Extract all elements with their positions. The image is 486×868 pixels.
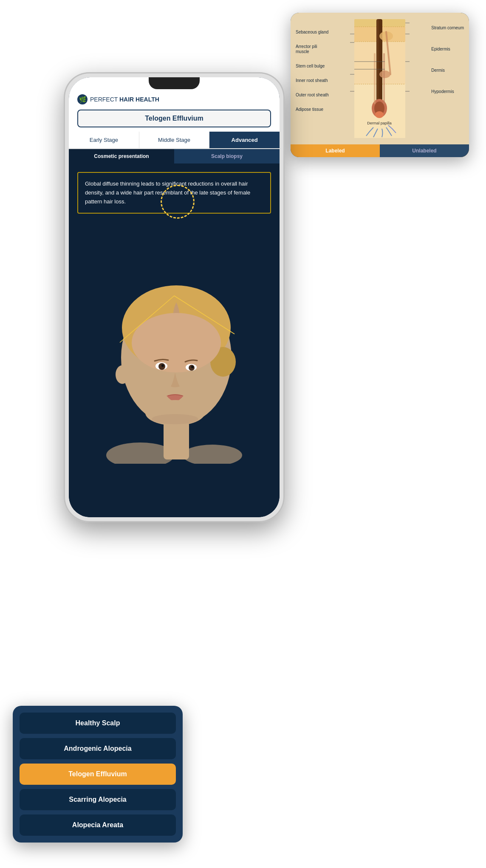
svg-rect-16	[374, 53, 376, 104]
phone-inner: 🌿 PERFECT HAIR HEALTH Telogen Effluvium …	[69, 77, 280, 517]
label-stem-cell: Stem cell bulge	[296, 64, 330, 69]
menu-item-healthy-scalp[interactable]: Healthy Scalp	[20, 713, 176, 734]
svg-line-29	[120, 296, 174, 343]
phone-title: Telogen Effluvium	[77, 110, 271, 127]
anatomy-card: Sebaceous gland Arrector pili muscle Ste…	[291, 13, 469, 157]
label-outer-root: Outer root sheath	[296, 93, 330, 98]
label-dermis: Dermis	[431, 68, 464, 73]
svg-point-12	[375, 111, 384, 118]
unlabeled-toggle[interactable]: Unlabeled	[380, 144, 469, 157]
svg-line-30	[174, 296, 235, 334]
labeled-toggle[interactable]: Labeled	[291, 144, 380, 157]
logo-text: PERFECT HAIR HEALTH	[90, 96, 159, 103]
logo-prefix: PERFECT	[90, 96, 118, 103]
phone-frame: 🌿 PERFECT HAIR HEALTH Telogen Effluvium …	[64, 72, 285, 522]
tab-cosmetic[interactable]: Cosmetic presentation	[69, 149, 174, 163]
label-adipose: Adipose tissue	[296, 107, 330, 112]
svg-text:Dermal papilla: Dermal papilla	[367, 121, 392, 125]
label-epidermis: Epidermis	[431, 47, 464, 52]
anatomy-toggle-bar: Labeled Unlabeled	[291, 144, 469, 157]
thinning-indicator	[161, 185, 195, 219]
label-arrector: Arrector pili muscle	[296, 44, 330, 54]
menu-item-androgenic[interactable]: Androgenic Alopecia	[20, 738, 176, 759]
anatomy-labels-left: Sebaceous gland Arrector pili muscle Ste…	[296, 30, 330, 112]
tab-advanced[interactable]: Advanced	[209, 132, 280, 148]
stage-tabs: Early Stage Middle Stage Advanced	[69, 132, 280, 149]
logo-suffix: HAIR HEALTH	[119, 96, 159, 103]
menu-item-scarring[interactable]: Scarring Alopecia	[20, 789, 176, 810]
sub-tabs: Cosmetic presentation Scalp biopsy	[69, 149, 280, 163]
follicle-illustration: Dermal papilla	[320, 19, 439, 138]
label-inner-root: Inner root sheath	[296, 78, 330, 83]
label-stratum: Stratum corneum	[431, 25, 464, 31]
phone-main: Global diffuse thinning leads to signifi…	[69, 163, 280, 517]
menu-item-telogen[interactable]: Telogen Effluvium	[20, 764, 176, 785]
phone-notch	[149, 77, 200, 89]
anatomy-labels-right: Stratum corneum Epidermis Dermis Hypoder…	[431, 25, 464, 94]
app-logo: 🌿 PERFECT HAIR HEALTH	[77, 94, 271, 104]
tab-early-stage[interactable]: Early Stage	[69, 132, 139, 148]
tab-middle-stage[interactable]: Middle Stage	[139, 132, 210, 148]
menu-card: Healthy Scalp Androgenic Alopecia Teloge…	[13, 706, 183, 843]
anatomy-image: Sebaceous gland Arrector pili muscle Ste…	[291, 13, 469, 144]
phone-content: 🌿 PERFECT HAIR HEALTH Telogen Effluvium …	[69, 77, 280, 517]
menu-item-alopecia[interactable]: Alopecia Areata	[20, 814, 176, 836]
tab-biopsy[interactable]: Scalp biopsy	[174, 149, 280, 163]
logo-icon: 🌿	[77, 94, 88, 104]
label-sebaceous: Sebaceous gland	[296, 30, 330, 35]
svg-rect-17	[383, 53, 385, 104]
label-hypodermis: Hypodermis	[431, 89, 464, 94]
